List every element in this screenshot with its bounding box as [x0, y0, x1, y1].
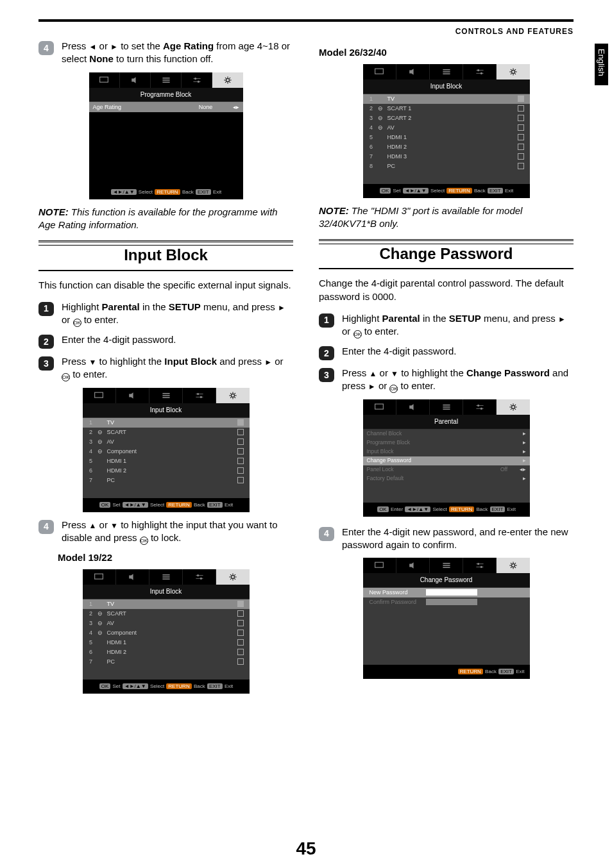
osd-tabs [89, 72, 243, 88]
svg-line-33 [234, 397, 235, 399]
input-row: 1TV [83, 599, 250, 609]
svg-point-44 [200, 578, 202, 580]
input-row: 1TV [83, 418, 250, 428]
step-text: Enter the 4-digit password. [342, 345, 574, 358]
step-badge-2: 2 [319, 346, 334, 360]
svg-line-51 [234, 579, 235, 580]
screen-icon [83, 569, 116, 585]
svg-line-88 [514, 405, 516, 406]
svg-marker-55 [409, 69, 413, 75]
osd-footer: OK Set ◄►/▲▼ Select RETURN Back EXIT Exi… [363, 184, 530, 198]
svg-line-14 [225, 78, 226, 79]
osd-title: Parental [363, 415, 530, 430]
input-row: 6HDMI 2 [83, 466, 250, 476]
svg-rect-72 [375, 405, 384, 410]
svg-line-35 [230, 397, 232, 399]
input-row: 3⊖AV [83, 437, 250, 447]
sliders-icon [182, 72, 212, 88]
svg-line-15 [229, 81, 230, 83]
svg-line-106 [514, 563, 516, 564]
osd-input-block-b: Input Block1TV2⊖SCART3⊖AV4⊖Component5HDM… [83, 569, 250, 693]
input-row: 3⊖SCART 2 [363, 113, 530, 123]
svg-point-8 [198, 80, 200, 82]
gear-icon [497, 64, 529, 79]
age-rating-row: Age Rating None ◂▸ [89, 102, 243, 112]
input-row: 6HDMI 2 [363, 142, 530, 152]
svg-point-45 [232, 576, 235, 579]
osd-title: Programme Block [89, 88, 243, 103]
language-tab: English [595, 44, 608, 85]
svg-marker-91 [409, 562, 413, 569]
osd-title: Input Block [83, 403, 250, 418]
step-text: Enter the 4-digit password. [62, 333, 293, 346]
osd-title: Input Block [363, 79, 530, 94]
svg-rect-90 [375, 562, 384, 567]
input-row: 5HDMI 1 [83, 638, 250, 647]
osd-footer: OK Set ◄►/▲▼ Select RETURN Back EXIT Exi… [83, 680, 250, 694]
parental-row: Programme Block▸ [363, 438, 530, 447]
parental-row: Input Block▸ [363, 447, 530, 456]
step-badge-1: 1 [319, 313, 334, 328]
osd-footer: OK Set ◄►/▲▼ Select RETURN Back EXIT Exi… [83, 498, 250, 512]
step-badge-2: 2 [38, 335, 54, 349]
osd-footer: ◄►/▲▼ Select RETURN Back EXIT Exit [89, 185, 243, 199]
svg-point-7 [194, 78, 196, 79]
svg-rect-76 [443, 409, 450, 410]
parental-row: Panel LockOff◂▸ [363, 465, 530, 474]
svg-point-27 [232, 394, 235, 397]
step-badge-4b: 4 [38, 520, 54, 534]
osd-footer: RETURN Back EXIT Exit [363, 665, 530, 679]
svg-rect-36 [95, 574, 103, 579]
step-badge-4: 4 [38, 41, 54, 55]
svg-rect-22 [162, 397, 169, 399]
svg-rect-4 [162, 81, 169, 83]
list-icon [151, 72, 182, 88]
svg-line-87 [514, 409, 516, 410]
svg-marker-19 [129, 393, 133, 399]
svg-rect-94 [443, 567, 450, 569]
svg-line-105 [514, 567, 516, 569]
input-row: 5HDMI 1 [363, 133, 530, 142]
svg-point-61 [477, 69, 479, 71]
gear-icon [497, 399, 529, 415]
step-text: Press ◄ or ► to set the Age Rating from … [62, 40, 293, 66]
svg-rect-58 [443, 74, 450, 75]
step-badge-4c: 4 [319, 527, 334, 541]
svg-line-69 [514, 74, 516, 75]
svg-marker-73 [409, 405, 413, 411]
svg-rect-0 [100, 77, 108, 82]
step-text: Highlight Parental in the SETUP menu, an… [62, 301, 293, 327]
sliders-icon [463, 399, 497, 415]
svg-point-43 [197, 574, 199, 576]
intro-change-password: Change the 4-digit parental control pass… [319, 277, 574, 303]
svg-marker-37 [129, 574, 133, 580]
gear-icon [497, 558, 529, 573]
model-label-263240: Model 26/32/40 [319, 46, 574, 59]
input-row: 2⊖SCART 1 [363, 104, 530, 113]
osd-change-password: Change Password New Password Confirm Pas… [363, 558, 530, 678]
speaker-icon [120, 72, 151, 88]
svg-point-26 [200, 396, 202, 398]
list-icon [430, 558, 463, 573]
svg-line-32 [230, 393, 232, 394]
svg-line-52 [234, 574, 235, 576]
svg-rect-38 [162, 574, 169, 576]
svg-rect-56 [443, 69, 450, 71]
gear-icon [212, 72, 242, 88]
svg-line-17 [225, 81, 226, 83]
input-row: 7PC [83, 476, 250, 485]
section-header: CONTROLS AND FEATURES [455, 27, 574, 36]
svg-rect-40 [162, 579, 169, 580]
speaker-icon [396, 64, 430, 79]
speaker-icon [116, 569, 149, 585]
password-input [426, 599, 477, 605]
sliders-icon [183, 569, 216, 585]
input-row: 2⊖SCART [83, 428, 250, 437]
step-badge-1: 1 [38, 302, 54, 316]
input-row: 4⊖Component [83, 628, 250, 638]
gear-icon [216, 388, 249, 403]
svg-rect-57 [443, 71, 450, 72]
svg-point-80 [480, 408, 482, 410]
svg-point-79 [477, 405, 479, 406]
model-label-1922: Model 19/22 [58, 551, 293, 564]
